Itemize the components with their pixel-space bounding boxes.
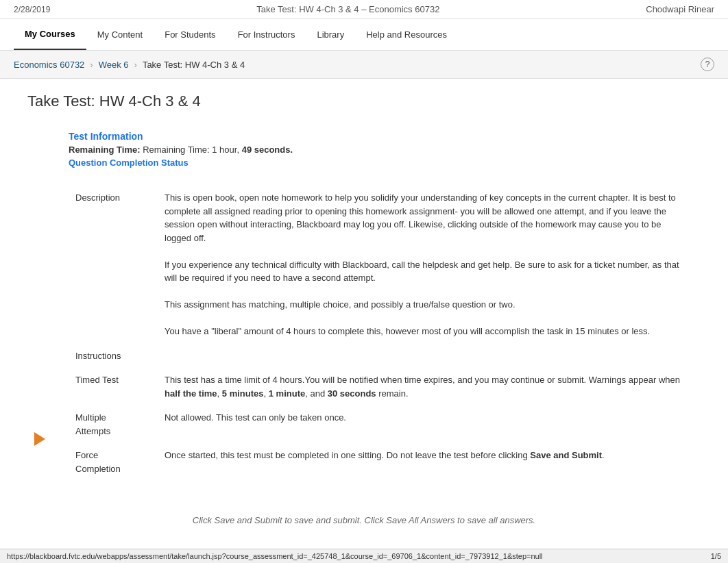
breadcrumb-sep-1: › xyxy=(90,60,93,70)
nav-item-for-instructors[interactable]: For Instructors xyxy=(227,20,306,49)
nav-item-my-content[interactable]: My Content xyxy=(86,20,154,49)
user-name: Chodwapi Rinear xyxy=(646,4,714,14)
description-label: Description xyxy=(69,186,158,344)
top-bar: 2/28/2019 Take Test: HW 4-Ch 3 & 4 – Eco… xyxy=(0,0,728,19)
date-label: 2/28/2019 xyxy=(14,5,50,14)
remaining-time-label: Remaining Time: xyxy=(69,145,141,155)
timed-test-comma1: , xyxy=(217,388,222,399)
timed-test-row: Timed Test This test has a time limit of… xyxy=(69,368,687,405)
desc-para-1: This is open book, open note homework to… xyxy=(165,191,680,245)
timed-test-bold3: 1 minute xyxy=(269,388,305,399)
instructions-row: Instructions xyxy=(69,344,687,368)
force-completion-bold: Save and Submit xyxy=(530,450,602,460)
question-completion-link[interactable]: Question Completion Status xyxy=(69,158,189,168)
nav-bar: My Courses My Content For Students For I… xyxy=(0,19,728,51)
nav-item-for-students[interactable]: For Students xyxy=(154,20,226,49)
force-completion-row: ForceCompletion Once started, this test … xyxy=(69,443,687,481)
nav-item-library[interactable]: Library xyxy=(306,20,355,49)
desc-para-2: If you experience any technical difficul… xyxy=(165,258,680,285)
breadcrumb-sep-2: › xyxy=(134,60,137,70)
multiple-attempts-label: MultipleAttempts xyxy=(69,405,158,443)
page-title: Take Test: HW 4-Ch 3 & 4 xyxy=(27,92,701,110)
breadcrumb-week6[interactable]: Week 6 xyxy=(99,60,129,70)
timed-test-text3: remain. xyxy=(376,388,409,399)
breadcrumb-current: Take Test: HW 4-Ch 3 & 4 xyxy=(143,60,245,70)
timed-test-text1: This test has a time limit of 4 hours.Yo… xyxy=(165,375,680,385)
force-completion-label: ForceCompletion xyxy=(69,443,158,481)
desc-para-3: This assignment has matching, multiple c… xyxy=(165,298,680,312)
main-content: Take Test: HW 4-Ch 3 & 4 Test Informatio… xyxy=(0,79,728,495)
force-completion-text2: . xyxy=(602,450,605,460)
nav-item-help-resources[interactable]: Help and Resources xyxy=(355,20,458,49)
multiple-attempts-content: Not allowed. This test can only be taken… xyxy=(158,405,687,443)
instructions-label: Instructions xyxy=(69,344,158,368)
info-table: Description This is open book, open note… xyxy=(69,186,687,481)
nav-item-my-courses[interactable]: My Courses xyxy=(14,19,86,50)
help-button[interactable]: ? xyxy=(701,58,714,71)
description-row: Description This is open book, open note… xyxy=(69,186,687,344)
remaining-time-value: 49 seconds. xyxy=(242,145,293,155)
description-content: This is open book, open note homework to… xyxy=(158,186,687,344)
timed-test-bold1: half the time xyxy=(165,388,217,399)
force-completion-text1: Once started, this test must be complete… xyxy=(165,450,530,460)
breadcrumb-economics[interactable]: Economics 60732 xyxy=(14,60,84,70)
breadcrumb: Economics 60732 › Week 6 › Take Test: HW… xyxy=(0,51,728,79)
test-information-link[interactable]: Test Information xyxy=(69,131,687,142)
timed-test-bold2: 5 minutes xyxy=(222,388,264,399)
multiple-attempts-row: MultipleAttempts Not allowed. This test … xyxy=(69,405,687,443)
remaining-time: Remaining Time: Remaining Time: 1 hour, … xyxy=(69,145,687,155)
desc-para-4: You have a "liberal" amount of 4 hours t… xyxy=(165,325,680,338)
test-info-container: Test Information Remaining Time: Remaini… xyxy=(69,131,687,481)
timed-test-comma2: , xyxy=(264,388,269,399)
play-arrow-icon[interactable] xyxy=(34,432,45,446)
bottom-instruction: Click Save and Submit to save and submit… xyxy=(27,515,701,525)
page-tab-title: Take Test: HW 4-Ch 3 & 4 – Economics 607… xyxy=(256,4,439,14)
instructions-content xyxy=(158,344,687,368)
force-completion-content: Once started, this test must be complete… xyxy=(158,443,687,481)
timed-test-bold4: 30 seconds xyxy=(328,388,376,399)
timed-test-content: This test has a time limit of 4 hours.Yo… xyxy=(158,368,687,405)
timed-test-text2: , and xyxy=(305,388,328,399)
timed-test-label: Timed Test xyxy=(69,368,158,405)
